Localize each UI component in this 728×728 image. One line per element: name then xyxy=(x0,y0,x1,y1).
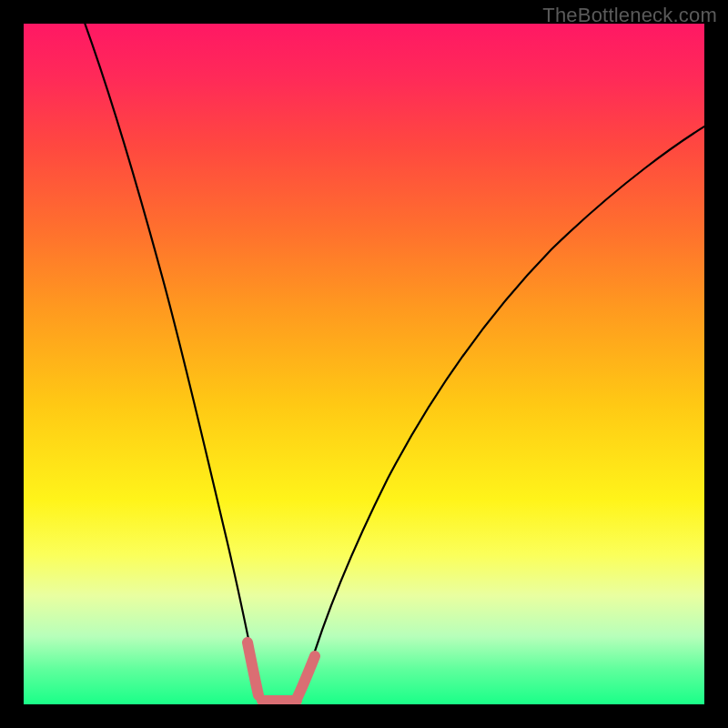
bottleneck-curve-path xyxy=(78,24,704,703)
watermark-text: TheBottleneck.com xyxy=(542,4,717,27)
optimal-highlight-group xyxy=(248,642,315,701)
highlight-left xyxy=(248,642,258,695)
highlight-right xyxy=(297,656,315,699)
plot-area xyxy=(24,24,704,704)
curve-layer xyxy=(24,24,704,704)
chart-frame: TheBottleneck.com xyxy=(0,0,728,728)
